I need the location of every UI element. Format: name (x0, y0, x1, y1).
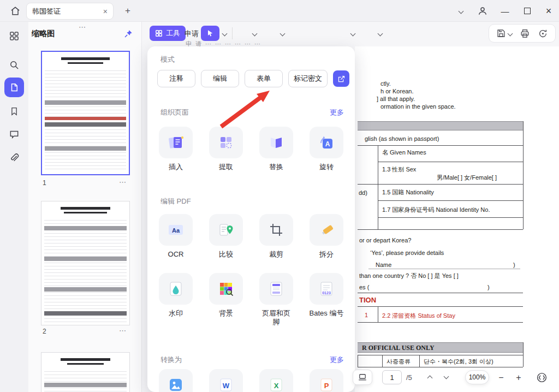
organize-section-title: 组织页面 (160, 108, 189, 117)
tool-split[interactable]: 拆分 (301, 214, 352, 259)
chevron-down-icon (458, 8, 463, 14)
document-tab[interactable]: 韩国签证 × (26, 3, 114, 20)
doc-line: than one country ? 否 No [ ] 是 Yes [ ] (359, 272, 459, 280)
tile-label: 拆分 (319, 250, 334, 259)
zoom-in-button[interactable]: + (512, 371, 525, 384)
select-tool-chevron-icon[interactable] (222, 31, 228, 37)
text-tool-chevron-icon[interactable] (280, 31, 286, 37)
document-page[interactable]: ctly. h or Korean. ] all that apply. orm… (355, 46, 559, 392)
minimize-button[interactable]: — (498, 4, 512, 17)
convert-more-link[interactable]: 更多 (330, 355, 344, 365)
page-thumbnail-2[interactable] (41, 201, 130, 325)
tile-label: Bates 编号 (310, 309, 344, 318)
titlebar-chevron-button[interactable] (455, 7, 466, 15)
word-file-icon: W (209, 369, 243, 392)
tool-insert[interactable]: 插入 (151, 127, 201, 171)
toolbar-right-group (489, 24, 556, 43)
tile-label: OCR (168, 250, 184, 259)
doc-line: ctly. (380, 80, 391, 87)
organize-more-link[interactable]: 更多 (330, 108, 344, 117)
tool-crop[interactable]: 裁剪 (251, 214, 301, 259)
left-sidebar (0, 22, 28, 392)
previous-page-button[interactable] (424, 372, 436, 383)
tool-convert-excel[interactable]: X (251, 369, 301, 392)
tile-label: 旋转 (319, 163, 334, 171)
page-thumbnail-3[interactable] (41, 352, 130, 392)
sidebar-item-search[interactable] (8, 58, 21, 72)
pin-button[interactable] (122, 28, 134, 40)
tile-label: 水印 (169, 309, 183, 318)
doc-line: 1.7 国家身份证号码 National Identity No. (382, 206, 490, 214)
tool-header-footer[interactable]: 页眉和页脚 (251, 273, 301, 327)
doc-line: Name (376, 262, 391, 268)
sidebar-item-comments[interactable] (8, 128, 21, 141)
ppt-file-icon: P (310, 369, 343, 392)
save-button[interactable] (496, 28, 512, 38)
maximize-icon (524, 8, 531, 14)
edit-section-title: 编辑 PDF (160, 197, 191, 206)
tools-menu-button[interactable]: 工具 (150, 26, 186, 41)
rotate-icon: A (310, 127, 343, 158)
tile-label: 裁剪 (269, 250, 283, 259)
thumbnail-preview (44, 204, 127, 322)
convert-button[interactable] (538, 28, 548, 39)
page-number: 1 (43, 179, 46, 187)
doc-line: 1.3 性别 Sex (382, 165, 416, 174)
tool-watermark[interactable]: 水印 (151, 273, 201, 318)
user-icon (477, 5, 488, 16)
mode-button-annotate[interactable]: 注释 (157, 70, 195, 87)
close-tab-icon[interactable]: × (103, 7, 108, 16)
circular-arrows-icon (538, 28, 548, 39)
image-convert-icon (159, 369, 193, 392)
tile-label: 提取 (219, 163, 233, 171)
pin-icon (123, 29, 133, 39)
sidebar-item-bookmarks[interactable] (8, 105, 21, 118)
maximize-button[interactable] (520, 4, 534, 17)
share-button[interactable] (333, 70, 349, 87)
page-menu-button[interactable]: ⋯ (119, 326, 127, 335)
cursor-icon (206, 29, 215, 38)
select-tool-button[interactable] (201, 26, 219, 41)
tool-convert-ppt[interactable]: P (301, 369, 352, 392)
fit-screen-icon (536, 372, 548, 383)
tool-ocr[interactable]: Aa OCR (151, 214, 201, 259)
tool-convert-word[interactable]: W (201, 369, 251, 392)
tool-compare[interactable]: 比较 (201, 214, 251, 259)
svg-text:P: P (324, 382, 329, 390)
new-tab-button[interactable]: + (121, 4, 134, 17)
close-window-button[interactable]: × (542, 4, 556, 17)
toolbar-divider (232, 27, 233, 39)
next-page-button[interactable] (440, 371, 452, 382)
account-button[interactable] (476, 4, 489, 17)
tool-bates-numbering[interactable]: 0123 Bates 编号 (301, 273, 352, 318)
sidebar-item-attachments[interactable] (8, 152, 21, 165)
document-icon (9, 82, 19, 92)
tool-rotate[interactable]: A 旋转 (301, 127, 352, 171)
sidebar-item-thumbnails[interactable] (4, 78, 24, 97)
laptop-icon (358, 372, 367, 382)
tool-convert-image[interactable] (151, 369, 201, 392)
sidebar-item-apps[interactable] (8, 29, 21, 43)
page-number-input[interactable] (382, 370, 402, 384)
background-icon (209, 273, 243, 305)
note-tool-chevron-icon[interactable] (252, 31, 258, 37)
home-button[interactable] (9, 4, 22, 17)
tool-background[interactable]: 背景 (201, 273, 251, 318)
fit-screen-button[interactable] (534, 370, 549, 385)
shape-tool-chevron-icon[interactable] (350, 31, 356, 37)
page-thumbnail-1[interactable] (41, 51, 130, 175)
mode-button-redact[interactable]: 标记密文 (288, 70, 328, 87)
page-menu-button[interactable]: ⋯ (119, 178, 127, 186)
zoom-out-button[interactable]: − (495, 371, 508, 384)
split-icon (310, 214, 343, 246)
zoom-level-badge[interactable]: 100% (465, 370, 489, 384)
print-button[interactable] (520, 28, 530, 39)
measure-tool-chevron-icon[interactable] (378, 31, 383, 37)
bookmark-icon (9, 106, 19, 116)
doc-line: dd) (359, 189, 367, 196)
doc-section-title-fragment: TION (359, 296, 376, 304)
device-view-button[interactable] (353, 370, 372, 385)
thumbnail-panel-title: 缩略图 (32, 29, 55, 39)
panel-drag-handle[interactable]: ⋯ (79, 23, 86, 31)
doc-line: 1 (365, 312, 368, 318)
